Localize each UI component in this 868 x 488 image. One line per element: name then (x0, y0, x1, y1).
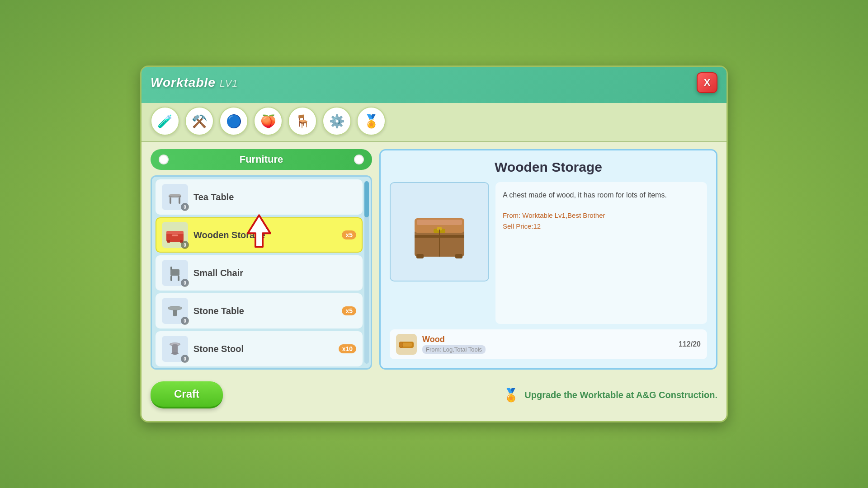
upgrade-icon: 🏅 (503, 388, 519, 403)
svg-rect-12 (170, 276, 172, 281)
small-chair-name: Small Chair (193, 268, 356, 278)
right-panel: Wooden Storage (379, 149, 717, 370)
wooden-storage-qty: x5 (342, 230, 356, 239)
food-icon[interactable]: 🍑 (254, 107, 283, 136)
accessory-icon[interactable]: 🔵 (219, 107, 248, 136)
ingredient-row: Wood From: Log,Total Tools 112/20 (390, 329, 707, 359)
title-label: Worktable LV1 (151, 75, 238, 89)
tea-table-count: 0 (181, 203, 189, 211)
wood-icon (396, 334, 417, 355)
upgrade-hint-text: Upgrade the Worktable at A&G Constructio… (524, 390, 717, 400)
item-row-stone-stool[interactable]: 0 Stone Stool x10 (156, 331, 363, 366)
bottom-bar: Craft 🏅 Upgrade the Worktable at A&G Con… (142, 377, 726, 412)
stone-table-count: 0 (181, 317, 189, 325)
item-row-wooden-storage[interactable]: 0 Wooden Storage x5 (156, 217, 363, 253)
craft-button[interactable]: Craft (151, 381, 223, 408)
furniture-icon[interactable]: 🪑 (288, 107, 317, 136)
stone-stool-icon: 0 (162, 336, 188, 362)
category-header: Furniture (151, 149, 372, 170)
svg-rect-29 (455, 254, 462, 258)
small-chair-icon: 0 (162, 260, 188, 286)
svg-rect-13 (178, 276, 179, 281)
close-button[interactable]: X (697, 72, 717, 93)
stone-table-icon: 0 (162, 298, 188, 324)
gear-icon[interactable]: ⚙️ (322, 107, 351, 136)
svg-point-33 (399, 342, 403, 347)
window-title: Worktable LV1 (151, 75, 238, 90)
stone-stool-name: Stone Stool (193, 344, 333, 354)
upgrade-hint: 🏅 Upgrade the Worktable at A&G Construct… (503, 388, 717, 403)
items-list-container: 0 Tea Table (151, 175, 372, 370)
svg-point-20 (171, 352, 179, 355)
detail-image (390, 182, 489, 282)
svg-rect-10 (170, 269, 179, 276)
scrollbar-thumb[interactable] (364, 181, 369, 217)
content-area: Furniture 0 (142, 142, 726, 377)
svg-rect-28 (416, 254, 424, 258)
detail-description: A chest made of wood, it has room for lo… (503, 189, 700, 201)
stone-table-name: Stone Table (193, 306, 336, 316)
wooden-storage-name: Wooden Storage (193, 230, 336, 240)
item-row-tea-table[interactable]: 0 Tea Table (156, 179, 363, 215)
scrollbar-track (364, 181, 369, 364)
detail-title: Wooden Storage (390, 160, 707, 175)
category-label: Furniture (240, 154, 283, 165)
toolbar: 🧪 ⚒️ 🔵 🍑 🪑 ⚙️ 🏅 (142, 99, 726, 142)
svg-rect-5 (166, 231, 184, 234)
medal-icon[interactable]: 🏅 (357, 107, 386, 136)
tea-table-icon: 0 (162, 184, 188, 210)
detail-main: A chest made of wood, it has room for lo… (390, 182, 707, 324)
svg-rect-2 (179, 197, 180, 204)
worktable-window: Worktable LV1 X 🧪 ⚒️ 🔵 🍑 🪑 ⚙️ 🏅 Furnitur… (140, 66, 728, 422)
stone-stool-count: 0 (181, 355, 189, 363)
potion-icon[interactable]: 🧪 (151, 107, 179, 136)
ingredient-count: 112/20 (679, 340, 701, 348)
category-dot-left (159, 155, 169, 164)
title-bar: Worktable LV1 X (142, 67, 726, 99)
svg-rect-11 (170, 267, 172, 270)
detail-from: From: Worktable Lv1,Best Brother (503, 210, 700, 221)
ingredient-info: Wood From: Log,Total Tools (422, 335, 673, 354)
svg-point-3 (169, 194, 181, 197)
ingredient-source: From: Log,Total Tools (422, 345, 486, 354)
tea-table-name: Tea Table (193, 192, 356, 202)
detail-desc: A chest made of wood, it has room for lo… (495, 182, 707, 324)
category-dot-right (354, 155, 364, 164)
stone-stool-qty: x10 (339, 344, 356, 353)
svg-rect-6 (172, 235, 178, 236)
detail-sell: Sell Price:12 (503, 221, 700, 232)
small-chair-count: 0 (181, 279, 189, 287)
svg-rect-1 (170, 197, 171, 204)
svg-point-16 (168, 306, 182, 310)
stone-table-qty: x5 (342, 306, 356, 315)
left-panel: Furniture 0 (151, 149, 372, 370)
ingredient-name: Wood (422, 335, 673, 344)
items-list: 0 Tea Table (152, 177, 371, 368)
tool-icon[interactable]: ⚒️ (185, 107, 214, 136)
wooden-storage-icon: 0 (162, 222, 188, 248)
item-row-small-chair[interactable]: 0 Small Chair (156, 255, 363, 291)
svg-rect-7 (167, 240, 170, 243)
wooden-storage-count: 0 (181, 241, 189, 249)
item-row-stone-table[interactable]: 0 Stone Table x5 (156, 293, 363, 328)
svg-rect-23 (417, 220, 462, 225)
